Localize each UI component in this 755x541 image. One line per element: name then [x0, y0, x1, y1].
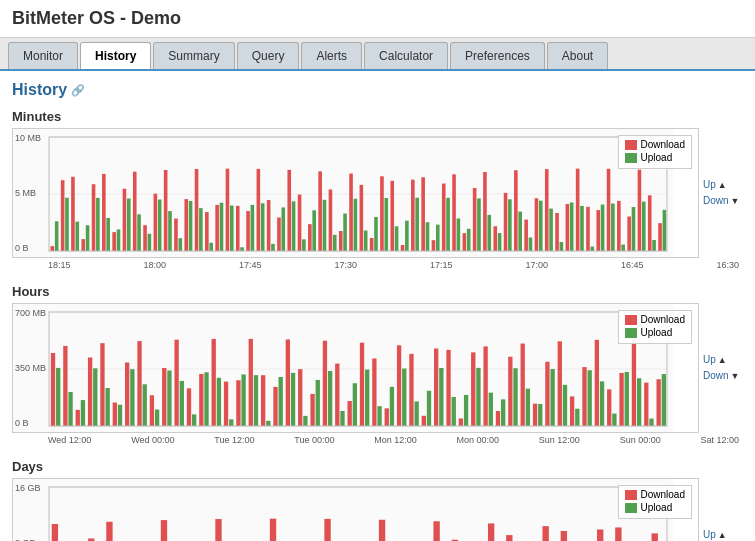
legend-upload-2: Upload — [625, 502, 685, 513]
nav-tab-about[interactable]: About — [547, 42, 608, 69]
legend-download-1: Download — [625, 314, 685, 325]
y-labels-0: 10 MB5 MB0 B — [15, 129, 41, 257]
down-button-0[interactable]: Down ▼ — [703, 194, 740, 208]
section-title-0: Minutes — [12, 109, 743, 124]
legend-download-2: Download — [625, 489, 685, 500]
legend-download-0: Download — [625, 139, 685, 150]
up-button-0[interactable]: Up ▲ — [703, 178, 727, 192]
chart-area-1: DownloadUpload700 MB350 MB0 B — [12, 303, 699, 433]
section-title-2: Days — [12, 459, 743, 474]
up-button-2[interactable]: Up ▲ — [703, 528, 727, 541]
up-button-1[interactable]: Up ▲ — [703, 353, 727, 367]
nav-tab-alerts[interactable]: Alerts — [301, 42, 362, 69]
chart-canvas-1 — [13, 304, 673, 433]
chart-canvas-0 — [13, 129, 673, 258]
external-link-icon: 🔗 — [71, 84, 85, 97]
down-button-1[interactable]: Down ▼ — [703, 369, 740, 383]
chart-wrapper-0: DownloadUpload10 MB5 MB0 BUp ▲Down ▼ — [12, 128, 743, 258]
title-bar: BitMeter OS - Demo — [0, 0, 755, 38]
x-labels-1: Wed 12:00Wed 00:00Tue 12:00Tue 00:00Mon … — [12, 433, 743, 445]
chart-side-0: Up ▲Down ▼ — [699, 128, 743, 258]
nav-tab-calculator[interactable]: Calculator — [364, 42, 448, 69]
y-labels-2: 16 GB8 GB0 B — [15, 479, 41, 541]
nav-tab-query[interactable]: Query — [237, 42, 300, 69]
page-title: History 🔗 — [12, 81, 743, 99]
legend-upload-1: Upload — [625, 327, 685, 338]
nav-tab-preferences[interactable]: Preferences — [450, 42, 545, 69]
content: History 🔗 MinutesDownloadUpload10 MB5 MB… — [0, 71, 755, 541]
nav-bar: MonitorHistorySummaryQueryAlertsCalculat… — [0, 38, 755, 71]
chart-wrapper-2: DownloadUpload16 GB8 GB0 BUp ▲Down ▼ — [12, 478, 743, 541]
chart-legend-1: DownloadUpload — [618, 310, 692, 344]
chart-area-2: DownloadUpload16 GB8 GB0 B — [12, 478, 699, 541]
y-labels-1: 700 MB350 MB0 B — [15, 304, 46, 432]
legend-upload-0: Upload — [625, 152, 685, 163]
nav-tab-summary[interactable]: Summary — [153, 42, 234, 69]
chart-area-0: DownloadUpload10 MB5 MB0 B — [12, 128, 699, 258]
nav-tab-history[interactable]: History — [80, 42, 151, 69]
chart-section-minutes: MinutesDownloadUpload10 MB5 MB0 BUp ▲Dow… — [12, 109, 743, 270]
x-labels-0: 18:1518:0017:4517:3017:1517:0016:4516:30 — [12, 258, 743, 270]
chart-section-days: DaysDownloadUpload16 GB8 GB0 BUp ▲Down ▼… — [12, 459, 743, 541]
app-title: BitMeter OS - Demo — [12, 8, 743, 29]
chart-section-hours: HoursDownloadUpload700 MB350 MB0 BUp ▲Do… — [12, 284, 743, 445]
chart-side-2: Up ▲Down ▼ — [699, 478, 743, 541]
nav-tab-monitor[interactable]: Monitor — [8, 42, 78, 69]
chart-canvas-2 — [13, 479, 673, 541]
section-title-1: Hours — [12, 284, 743, 299]
chart-legend-0: DownloadUpload — [618, 135, 692, 169]
chart-legend-2: DownloadUpload — [618, 485, 692, 519]
chart-side-1: Up ▲Down ▼ — [699, 303, 743, 433]
chart-wrapper-1: DownloadUpload700 MB350 MB0 BUp ▲Down ▼ — [12, 303, 743, 433]
